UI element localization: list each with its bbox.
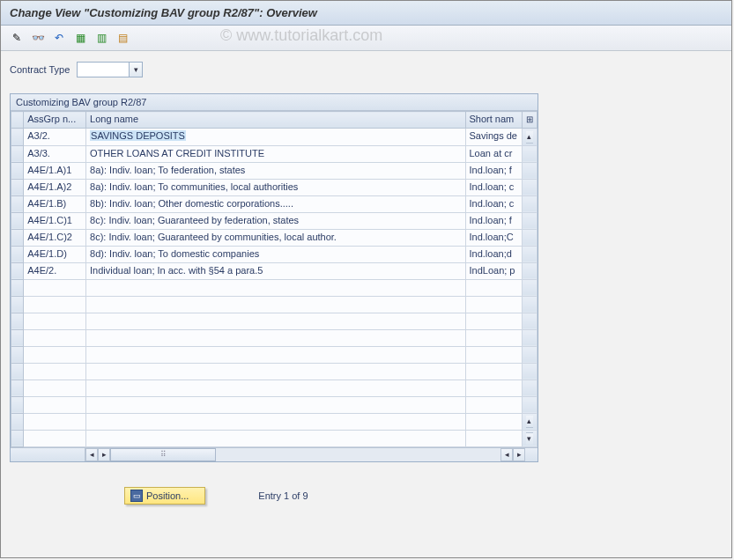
row-selector[interactable] [11, 162, 24, 179]
col-header-long[interactable]: Long name [86, 112, 465, 129]
undo-icon[interactable]: ↶ [50, 29, 68, 47]
cell-assgrp: A4E/1.A)2 [24, 179, 86, 195]
vscroll-cell[interactable] [522, 313, 537, 329]
cell-longname[interactable]: 8b): Indiv. loan; Other domestic corpora… [86, 195, 465, 212]
row-selector[interactable] [11, 246, 24, 262]
cell-longname[interactable]: OTHER LOANS AT CREDIT INSTITUTE [86, 145, 465, 162]
table-row [11, 313, 538, 329]
cell-shortname: Ind.loan;C [465, 229, 522, 246]
position-button[interactable]: ▭ Position... [124, 487, 205, 505]
glasses-icon[interactable]: 👓 [29, 29, 47, 47]
cell-assgrp: A4E/1.B) [24, 195, 86, 212]
vscroll-cell[interactable] [522, 279, 537, 296]
contract-type-input[interactable]: ▾ [77, 62, 130, 77]
table-row[interactable]: A4E/2. Individual loan; In acc. with §54… [11, 262, 538, 279]
hscroll-thumb[interactable]: ⠿ [110, 448, 216, 461]
vscroll-cell[interactable] [522, 145, 537, 162]
cell-longname [86, 329, 465, 346]
cell-assgrp [24, 313, 86, 329]
dropdown-icon[interactable]: ▾ [129, 62, 143, 77]
cell-longname[interactable]: 8d): Indiv. loan; To domestic companies [86, 246, 465, 262]
row-selector[interactable] [11, 212, 24, 229]
cell-longname [86, 363, 465, 379]
table-row [11, 363, 538, 379]
row-selector[interactable] [11, 145, 24, 162]
vscroll-cell[interactable] [522, 329, 537, 346]
col-header-short[interactable]: Short nam [465, 112, 522, 129]
cell-longname[interactable]: 8c): Indiv. loan; Guaranteed by federati… [86, 212, 465, 229]
row-selector[interactable] [11, 262, 24, 279]
vscroll-cell[interactable] [522, 246, 537, 262]
cell-longname [86, 430, 465, 446]
table-row[interactable]: A4E/1.A)18a): Indiv. loan; To federation… [11, 162, 538, 179]
cell-longname [86, 379, 465, 396]
vscroll-cell[interactable] [522, 212, 537, 229]
col-header-assgrp[interactable]: AssGrp n... [24, 112, 86, 129]
vscroll-cell[interactable] [522, 363, 537, 379]
hscroll-right-icon[interactable]: ▸ [98, 448, 110, 461]
row-selector [11, 413, 24, 430]
table-row: ▾ [11, 430, 538, 446]
row-selector[interactable] [11, 129, 24, 146]
table-row[interactable]: A4E/1.A)28a): Indiv. loan; To communitie… [11, 179, 538, 195]
vscroll-marker-up-icon[interactable]: ▴ [526, 416, 533, 428]
table-row[interactable]: A3/2.SAVINGS DEPOSITSSavings de▴ [11, 129, 538, 146]
cell-longname[interactable]: Individual loan; In acc. with §54 a para… [86, 262, 465, 279]
table-row[interactable]: A3/3.OTHER LOANS AT CREDIT INSTITUTELoan… [11, 145, 538, 162]
vscroll-cell[interactable] [522, 195, 537, 212]
row-selector[interactable] [11, 229, 24, 246]
entry-counter: Entry 1 of 9 [258, 490, 308, 501]
cell-shortname [465, 313, 522, 329]
panel-title: Customizing BAV group R2/87 [11, 94, 538, 111]
table-row[interactable]: A4E/1.B)8b): Indiv. loan; Other domestic… [11, 195, 538, 212]
cell-longname[interactable]: 8a): Indiv. loan; To federation, states [86, 162, 465, 179]
save-new-icon[interactable]: ▥ [93, 29, 110, 47]
cell-shortname: Ind.loan; f [465, 162, 522, 179]
save-all-icon[interactable]: ▤ [114, 29, 131, 47]
contract-type-label: Contract Type [10, 64, 70, 75]
vscroll-cell[interactable]: ▴ [522, 413, 537, 430]
cell-assgrp [24, 346, 86, 363]
vscroll-cell[interactable] [522, 346, 537, 363]
cell-longname [86, 279, 465, 296]
hscroll-left-icon[interactable]: ◂ [85, 448, 98, 461]
save-icon[interactable]: ▦ [71, 29, 89, 47]
table-row[interactable]: A4E/1.C)28c): Indiv. loan; Guaranteed by… [11, 229, 538, 246]
vscroll-cell[interactable] [522, 179, 537, 195]
table-row[interactable]: A4E/1.C)18c): Indiv. loan; Guaranteed by… [11, 212, 538, 229]
cell-longname[interactable]: SAVINGS DEPOSITS [86, 129, 465, 146]
vscroll-cell[interactable]: ▴ [522, 129, 537, 146]
vscroll-cell[interactable] [522, 296, 537, 313]
row-selector [11, 329, 24, 346]
cell-longname [86, 396, 465, 413]
hscroll-right2-icon[interactable]: ▸ [513, 448, 525, 461]
vscroll-cell[interactable] [522, 162, 537, 179]
cell-shortname [465, 296, 522, 313]
horizontal-scrollbar: ◂ ▸ ⠿ ◂ ▸ [11, 447, 538, 461]
vscroll-up-icon[interactable]: ▴ [526, 131, 533, 144]
hscroll-left2-icon[interactable]: ◂ [500, 448, 513, 461]
cell-longname[interactable]: 8c): Indiv. loan; Guaranteed by communit… [86, 229, 465, 246]
table-row[interactable]: A4E/1.D)8d): Indiv. loan; To domestic co… [11, 246, 538, 262]
select-all-handle[interactable] [11, 112, 24, 129]
vscroll-cell[interactable] [522, 379, 537, 396]
edit-icon[interactable]: ✎ [8, 29, 26, 47]
vscroll-cell[interactable]: ▾ [522, 430, 537, 446]
cell-shortname [465, 363, 522, 379]
row-selector[interactable] [11, 195, 24, 212]
vscroll-cell[interactable] [522, 396, 537, 413]
row-selector [11, 396, 24, 413]
cell-longname [86, 413, 465, 430]
row-selector [11, 379, 24, 396]
hscroll-track[interactable]: ⠿ [110, 448, 500, 461]
cell-shortname [465, 279, 522, 296]
vscroll-cell[interactable] [522, 229, 537, 246]
vscroll-cell[interactable] [522, 262, 537, 279]
config-column-icon[interactable]: ⊞ [522, 112, 537, 129]
cell-shortname [465, 346, 522, 363]
table-row [11, 279, 538, 296]
row-selector[interactable] [11, 179, 24, 195]
cell-longname[interactable]: 8a): Indiv. loan; To communities, local … [86, 179, 465, 195]
vscroll-down-icon[interactable]: ▾ [526, 432, 533, 445]
cell-assgrp: A4E/2. [24, 262, 86, 279]
